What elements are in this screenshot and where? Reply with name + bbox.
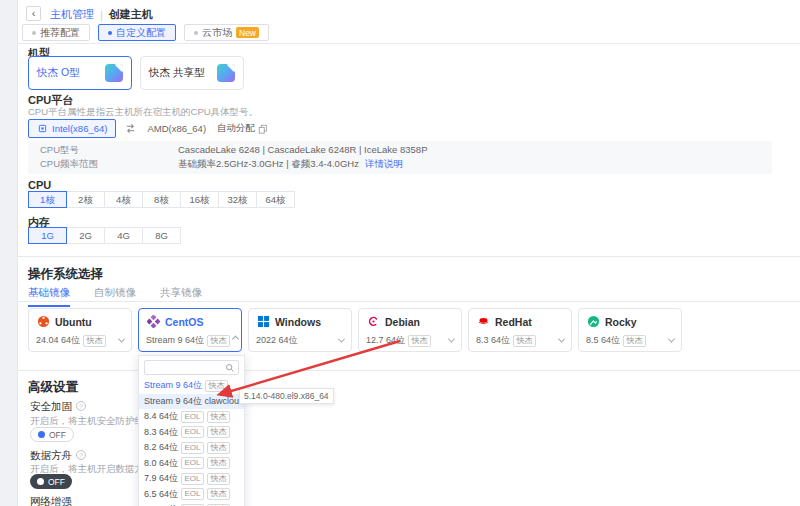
breadcrumb-host-management[interactable]: 主机管理	[50, 7, 94, 22]
platform-amd-button[interactable]: AMD(x86_64)	[145, 119, 208, 138]
debian-logo-icon	[367, 315, 380, 328]
page-title: 创建主机	[109, 7, 153, 22]
divider	[18, 43, 800, 44]
kuaijie-tag: 快杰	[207, 335, 230, 347]
os-version-select[interactable]: Stream 9 64位 快杰	[146, 334, 234, 347]
core-option-32[interactable]: 32核	[218, 191, 257, 208]
core-option-2[interactable]: 2核	[66, 191, 105, 208]
dropdown-item-7-9[interactable]: 7.9 64位 EOL 快杰	[139, 471, 244, 487]
os-version-select[interactable]: 8.5 64位 快杰	[586, 334, 674, 347]
chevron-up-icon	[232, 336, 239, 343]
platform-intel-button[interactable]: Intel(x86_64)	[28, 119, 116, 138]
cpu-model-label: CPU型号	[40, 144, 178, 157]
os-version-select[interactable]: 2022 64位	[256, 334, 344, 347]
cpu-freq-label: CPU频率范围	[40, 158, 178, 171]
tab-custom-config[interactable]: 自定义配置	[98, 24, 176, 41]
ubuntu-logo-icon	[37, 315, 50, 328]
dropdown-item-8-3[interactable]: 8.3 64位 EOL 快杰	[139, 425, 244, 441]
dropdown-item-stream9-clawcloud[interactable]: Stream 9 64位 clawcloud 快杰	[139, 394, 244, 410]
chevron-down-icon	[448, 336, 455, 343]
core-option-64[interactable]: 64核	[256, 191, 295, 208]
mem-option-1g[interactable]: 1G	[28, 227, 67, 244]
left-gutter	[0, 0, 18, 506]
data-ark-label: 数据方舟?	[30, 449, 86, 463]
data-ark-toggle[interactable]: OFF	[30, 474, 72, 489]
chevron-down-icon	[338, 336, 345, 343]
mem-option-2g[interactable]: 2G	[66, 227, 105, 244]
advanced-section-title: 高级设置	[28, 379, 78, 396]
machine-card-kuaijie-shared[interactable]: 快杰 共享型	[140, 56, 244, 90]
help-icon[interactable]: ?	[76, 401, 86, 411]
config-tabbar: 推荐配置 自定义配置 云市场 New	[22, 24, 269, 41]
tab-dot-icon	[32, 31, 36, 35]
dropdown-item-stream9[interactable]: Stream 9 64位 快杰	[139, 378, 244, 394]
os-card-redhat[interactable]: RedHat 8.3 64位 快杰	[468, 308, 572, 352]
switch-platform-icon	[125, 123, 136, 134]
tab-cloud-market[interactable]: 云市场 New	[184, 24, 269, 41]
kuaijie-tag: 快杰	[513, 335, 536, 347]
core-option-4[interactable]: 4核	[104, 191, 143, 208]
divider	[18, 301, 800, 302]
os-version-dropdown: Stream 9 64位 快杰 Stream 9 64位 clawcloud 快…	[138, 355, 245, 506]
divider	[18, 256, 800, 257]
dropdown-item-8-2[interactable]: 8.2 64位 EOL 快杰	[139, 440, 244, 456]
kuaijie-tag: 快杰	[623, 335, 646, 347]
network-enhance-label: 网络增强	[30, 495, 72, 506]
os-card-windows[interactable]: Windows 2022 64位	[248, 308, 352, 352]
core-option-1[interactable]: 1核	[28, 191, 67, 208]
kernel-version-tooltip: 5.14.0-480.el9.x86_64	[239, 388, 334, 404]
chevron-down-icon	[558, 336, 565, 343]
kuaijie-tag: 快杰	[83, 335, 106, 347]
kuaijie-logo-icon	[105, 64, 123, 82]
machine-card-kuaijie-o[interactable]: 快杰 O型	[28, 56, 132, 90]
core-option-16[interactable]: 16核	[180, 191, 219, 208]
dropdown-search[interactable]	[144, 360, 239, 375]
dropdown-item-8-4[interactable]: 8.4 64位 EOL 快杰	[139, 409, 244, 425]
os-card-ubuntu[interactable]: Ubuntu 24.04 64位 快杰	[28, 308, 132, 352]
mem-option-4g[interactable]: 4G	[104, 227, 143, 244]
os-image-tabs: 基础镜像 自制镜像 共享镜像	[28, 286, 202, 307]
core-option-8[interactable]: 8核	[142, 191, 181, 208]
search-icon	[225, 363, 235, 373]
back-button[interactable]: ‹	[26, 6, 41, 21]
memory-options: 1G 2G 4G 8G	[28, 227, 181, 244]
windows-logo-icon	[257, 315, 270, 328]
chevron-down-icon	[668, 336, 675, 343]
tab-base-image[interactable]: 基础镜像	[28, 286, 70, 307]
tab-recommended-config[interactable]: 推荐配置	[22, 24, 90, 41]
os-card-rocky[interactable]: Rocky 8.5 64位 快杰	[578, 308, 682, 352]
tab-custom-image[interactable]: 自制镜像	[94, 286, 136, 307]
security-hardening-toggle[interactable]: OFF	[30, 427, 74, 442]
help-icon[interactable]: ?	[76, 450, 86, 460]
cpu-model-value: CascadeLake 6248 | CascadeLake 6248R | I…	[178, 144, 427, 157]
os-section-title: 操作系统选择	[28, 266, 103, 283]
cpu-freq-value: 基础频率2.5GHz-3.0GHz | 睿频3.4-4.0GHz	[178, 158, 359, 171]
os-version-select[interactable]: 8.3 64位 快杰	[476, 334, 564, 347]
centos-logo-icon	[147, 315, 160, 328]
dropdown-item-6-5[interactable]: 6.5 64位 EOL 快杰	[139, 487, 244, 503]
kuaijie-tag: 快杰	[408, 335, 431, 347]
new-badge: New	[236, 27, 259, 38]
breadcrumb-separator: |	[100, 9, 103, 21]
cpu-cores-label: CPU	[28, 179, 51, 191]
cpu-info-panel: CPU型号 CascadeLake 6248 | CascadeLake 624…	[28, 141, 772, 174]
auto-assign-link[interactable]: 自动分配	[217, 122, 268, 135]
dropdown-item-6-4[interactable]: 6.4 64位 EOL 快杰	[139, 502, 244, 506]
os-card-centos[interactable]: CentOS Stream 9 64位 快杰	[138, 308, 242, 352]
cpu-chip-icon	[37, 123, 48, 134]
os-version-select[interactable]: 24.04 64位 快杰	[36, 334, 124, 347]
dropdown-search-input[interactable]	[145, 363, 225, 373]
tab-shared-image[interactable]: 共享镜像	[160, 286, 202, 307]
redhat-logo-icon	[477, 315, 490, 328]
os-card-debian[interactable]: Debian 12.7 64位 快杰	[358, 308, 462, 352]
rocky-logo-icon	[587, 315, 600, 328]
divider	[18, 370, 800, 371]
mem-option-8g[interactable]: 8G	[142, 227, 181, 244]
breadcrumb: 主机管理 | 创建主机	[50, 7, 153, 22]
kuaijie-logo-icon	[217, 64, 235, 82]
tab-dot-icon	[194, 31, 198, 35]
os-version-select[interactable]: 12.7 64位 快杰	[366, 334, 454, 347]
detail-link[interactable]: 详情说明	[365, 158, 403, 171]
dropdown-item-8-0[interactable]: 8.0 64位 EOL 快杰	[139, 456, 244, 472]
tab-dot-icon	[108, 31, 112, 35]
